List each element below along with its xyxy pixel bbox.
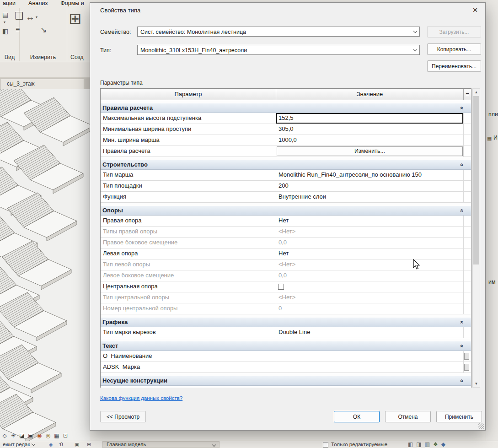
- preview-button[interactable]: << Просмотр: [100, 411, 146, 422]
- edit-rules-button[interactable]: Изменить...: [277, 146, 463, 156]
- panel-label: Измерить: [19, 54, 67, 61]
- type-combobox[interactable]: Monolithic_310Lx153H_Fin40_антресоли: [137, 45, 420, 55]
- param-value[interactable]: Monolithic Run_Fin40_антресоли_по основа…: [276, 170, 464, 180]
- main-model-value: Главная модель: [107, 442, 146, 447]
- param-value[interactable]: <Нет>: [276, 227, 464, 237]
- family-combobox[interactable]: Сист. семейство: Монолитная лестница: [137, 27, 420, 37]
- reveal-constraints-icon[interactable]: ⊡: [62, 432, 69, 440]
- worksharing-display-icon[interactable]: ◧: [408, 441, 413, 448]
- worksets-icon[interactable]: ▣: [75, 442, 79, 448]
- param-table-body: Правила расчета«Максимальная высота подс…: [101, 100, 471, 388]
- crop-view-icon[interactable]: ▣: [27, 432, 34, 440]
- close-icon[interactable]: ×: [469, 4, 482, 16]
- associate-param-button[interactable]: [464, 353, 469, 360]
- param-row: Типы правой опоры<Нет>: [101, 227, 471, 237]
- apply-button[interactable]: Применить: [436, 411, 482, 422]
- clipboard-icon[interactable]: ❏: [15, 10, 24, 22]
- scroll-down-icon[interactable]: ▼: [473, 380, 480, 387]
- duplicate-button[interactable]: Копировать...: [427, 43, 481, 55]
- shadows-icon[interactable]: ◪: [18, 432, 26, 440]
- eq-cell: [464, 362, 471, 372]
- sync-icon[interactable]: ❖: [433, 441, 438, 448]
- help-link[interactable]: Какова функция данных свойств?: [100, 395, 182, 401]
- scroll-up-icon[interactable]: ▲: [473, 89, 480, 96]
- reveal-hidden-icon[interactable]: ◎: [44, 432, 52, 440]
- rename-button[interactable]: Переименовать...: [427, 60, 481, 72]
- param-value[interactable]: [276, 281, 464, 292]
- section-header[interactable]: Графика«: [101, 318, 471, 327]
- ribbon-text-fragment: пли: [488, 111, 498, 118]
- param-value[interactable]: 0: [276, 303, 464, 314]
- param-value[interactable]: Нет: [276, 216, 464, 226]
- param-value[interactable]: Внутренние слои: [276, 192, 464, 202]
- status-right-icons: ◧◨▥❖◆: [408, 441, 445, 448]
- collapse-icon[interactable]: «: [460, 209, 465, 212]
- section-header[interactable]: Текст«: [101, 341, 471, 351]
- resize-grip[interactable]: [478, 423, 484, 429]
- align-dimension-icon[interactable]: ↘: [40, 25, 47, 35]
- param-value[interactable]: 305,0: [276, 124, 464, 135]
- main-model-combo[interactable]: Главная модель: [102, 441, 220, 448]
- param-value[interactable]: <Нет>: [276, 259, 464, 270]
- param-name: Центральная опора: [101, 281, 276, 292]
- table-scrollbar[interactable]: ▲ ▼: [472, 88, 480, 388]
- modify-tool-icon[interactable]: ▤: [2, 11, 8, 18]
- chevron-down-icon[interactable]: [411, 45, 419, 54]
- load-button[interactable]: Загрузить...: [427, 26, 481, 38]
- param-value[interactable]: 200: [276, 181, 464, 191]
- param-value[interactable]: [276, 362, 464, 372]
- param-name: Максимальная высота подступенка: [101, 113, 276, 124]
- collapse-icon[interactable]: «: [460, 163, 465, 167]
- create-grid-icon[interactable]: ⊞: [69, 9, 82, 27]
- temporary-hide-icon[interactable]: ◉: [36, 432, 43, 440]
- param-value[interactable]: [276, 351, 464, 362]
- measure-icon[interactable]: ↔: [26, 12, 35, 22]
- visual-style-icon[interactable]: ◇: [1, 432, 8, 440]
- selection-filter-icon[interactable]: ◆: [441, 441, 445, 448]
- section-header[interactable]: Правила расчета«: [101, 103, 471, 113]
- collapse-icon[interactable]: «: [460, 321, 465, 324]
- cancel-button[interactable]: Отмена: [385, 411, 431, 422]
- view-tab[interactable]: сы_3_этаж: [0, 79, 84, 89]
- column-header-equals: =: [464, 89, 471, 100]
- scrollbar-thumb[interactable]: [473, 96, 479, 264]
- editing-requests-icon[interactable]: ⊞: [87, 442, 91, 448]
- active-users-icon[interactable]: ◨: [416, 441, 421, 448]
- param-value[interactable]: Изменить...: [276, 146, 464, 157]
- associate-param-button[interactable]: [464, 364, 469, 371]
- chevron-down-icon[interactable]: ▾: [4, 20, 5, 24]
- ribbon-tab[interactable]: Анализ: [28, 0, 48, 7]
- param-value[interactable]: 1000,0: [276, 135, 464, 146]
- param-value[interactable]: 0,0: [276, 270, 464, 281]
- pending-edits-icon[interactable]: ▥: [425, 441, 430, 448]
- collapse-icon[interactable]: «: [460, 379, 465, 383]
- section-header[interactable]: Несущие конструкции«: [101, 376, 471, 386]
- section-header[interactable]: Опоры«: [101, 206, 471, 216]
- section-title: Несущие конструкции: [102, 377, 167, 384]
- temporary-view-properties-icon[interactable]: ▦: [53, 432, 60, 440]
- design-options-combo[interactable]: ежит редак: [1, 442, 48, 448]
- param-value[interactable]: <Нет>: [276, 292, 464, 303]
- drawing-area[interactable]: [0, 89, 90, 441]
- editable-only-checkbox[interactable]: [323, 442, 328, 448]
- chevron-down-icon[interactable]: ▾: [36, 15, 37, 19]
- match-properties-icon[interactable]: ≡: [16, 26, 20, 34]
- sun-path-icon[interactable]: ☀: [10, 432, 17, 440]
- ok-button[interactable]: ОК: [334, 411, 380, 422]
- design-options-icon[interactable]: ◈: [49, 442, 53, 448]
- ribbon-tab[interactable]: ации: [3, 0, 16, 7]
- collapse-icon[interactable]: «: [460, 107, 465, 110]
- section-header[interactable]: Строительство«: [101, 160, 471, 170]
- param-value[interactable]: Нет: [276, 248, 464, 259]
- param-value[interactable]: Double Line: [276, 327, 464, 338]
- checkbox[interactable]: [278, 284, 284, 290]
- ribbon-tab[interactable]: Формы и: [60, 0, 84, 7]
- collapse-icon[interactable]: «: [460, 345, 465, 348]
- param-value[interactable]: 152,5: [276, 113, 464, 124]
- select-tool-icon[interactable]: ◧: [2, 27, 8, 35]
- revit-app-window: ацииАнализФормы и ▤ ▾ ◧ ❏ ≡ ↔ ▾ ↘ ⊞ ВидИ…: [0, 0, 498, 448]
- dialog-titlebar[interactable]: Свойства типа ×: [90, 3, 485, 17]
- chevron-down-icon[interactable]: [411, 27, 419, 36]
- param-value[interactable]: 0,0: [276, 237, 464, 248]
- ribbon-text-fragment: И: [493, 135, 498, 141]
